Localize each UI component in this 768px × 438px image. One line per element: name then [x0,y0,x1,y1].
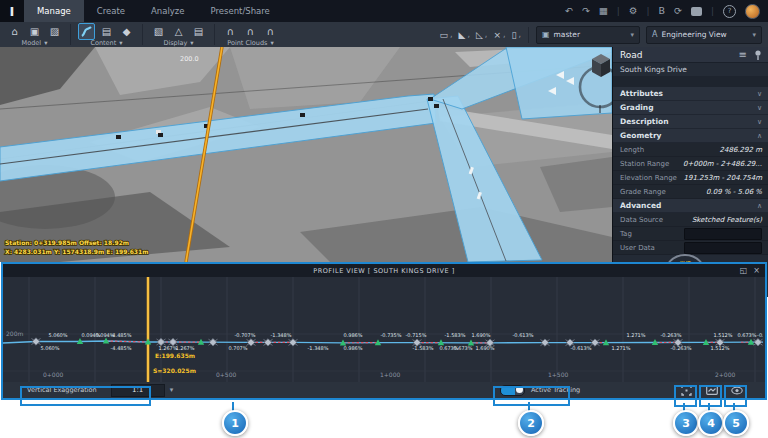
chart-grid [3,277,763,382]
point-cloud-icon-3[interactable]: ∩ [262,23,279,40]
tab-create[interactable]: Create [84,0,138,22]
geometry-row-length: Length2486.292 m [613,143,768,157]
display-list-icon[interactable]: ▤ [190,23,207,40]
redo-icon[interactable]: ↷ [582,6,590,16]
panel-title: Road [620,50,643,60]
profile-title: PROFILE VIEW [ SOUTH KINGS DRIVE ] [313,267,454,275]
callout-number-1: 1 [222,410,248,436]
svg-text:5.060%: 5.060% [48,332,67,338]
section-geometry[interactable]: Geometry∧ [613,129,768,143]
callout-box-1 [20,386,151,406]
view-mode-dropdown[interactable]: A Engineering View ▾ [646,26,762,44]
undo-icon[interactable]: ↶ [565,6,573,16]
chevron-down-icon[interactable]: ▾ [270,39,273,47]
user-data-input[interactable] [684,242,762,254]
close-icon[interactable]: × [753,266,760,275]
svg-text:0+500: 0+500 [216,371,236,378]
settings-gear-icon[interactable]: ⚙ [629,6,638,16]
svg-text:1.690%: 1.690% [475,345,494,351]
grade-labels-below: 5.060%-4.485%1.267%1.267%0.707%-1.348%0.… [40,345,729,351]
section-advanced[interactable]: Advanced∧ [613,199,768,213]
elevation-tick-label: 200m [6,330,23,337]
screen-select-icon[interactable]: ▭ [439,30,448,40]
content-assets-icon[interactable]: ◆ [118,23,135,40]
svg-text:-1.348%: -1.348% [308,345,329,351]
svg-text:1.690%: 1.690% [471,332,490,338]
flyout-mark: , [503,30,506,39]
callout-number-2: 2 [518,410,544,436]
tag-input[interactable] [684,228,762,240]
svg-text:5.060%: 5.060% [40,345,59,351]
svg-text:1+000: 1+000 [380,371,400,378]
profile-chart[interactable]: 200m0+0000+5001+0001+5002+0005.060%0.094… [3,277,765,382]
geometry-row-station-range: Station Range0+000m - 2+486.29... [613,157,768,171]
menu-hamburger-icon[interactable]: ≡ [739,49,747,60]
contour-label: 200.0 [180,55,199,63]
svg-text:1.512%: 1.512% [710,345,729,351]
profile-titlebar[interactable]: PROFILE VIEW [ SOUTH KINGS DRIVE ] ◱ × [3,264,765,277]
svg-text:0.673%: 0.673% [453,345,472,351]
section-attributes[interactable]: Attributes∨ [613,87,768,101]
model-proposal-dropdown[interactable]: ▣ master ▾ [536,26,640,44]
callout-number-5: 5 [723,410,749,436]
tab-present-share[interactable]: Present/Share [198,0,283,22]
point-cloud-icon-1[interactable]: ∩ [222,23,239,40]
tab-analyze[interactable]: Analyze [138,0,198,22]
callout-box-2 [493,386,570,406]
callout-box-5 [724,385,747,407]
ribbon-right-tools: ▭, ◣, ◺, ×, ▯, ▣ master ▾ A Engineering … [439,22,768,47]
user-avatar[interactable] [745,4,760,19]
chevron-down-icon[interactable]: ▾ [119,39,122,47]
cursor-select-icon[interactable]: ◣ [458,30,465,40]
callout-box-3 [674,385,697,407]
callout-box-4 [699,385,722,407]
svg-text:-0.613%: -0.613% [571,345,592,351]
svg-text:0.707%: 0.707% [228,345,247,351]
chevron-down-icon[interactable]: ▾ [44,39,47,47]
b-badge-icon[interactable]: B [658,6,665,16]
display-layers-icon[interactable]: ▧ [150,23,167,40]
aerial-scene: 200.0 Station: 0+319.985m Offset: 18.92m… [0,47,612,262]
help-icon[interactable]: ? [723,5,736,18]
svg-text:1.512%: 1.512% [713,332,732,338]
svg-text:0.986%: 0.986% [343,332,362,338]
3d-model-viewport[interactable]: 200.0 Station: 0+319.985m Offset: 18.92m… [0,47,612,262]
chevron-down-icon[interactable]: ▾ [170,386,174,394]
svg-text:-0.263%: -0.263% [661,332,682,338]
pin-icon[interactable] [754,50,762,60]
chat-icon[interactable] [691,7,702,16]
roads-tool-icon[interactable] [78,23,95,40]
flyout-mark: , [518,30,521,39]
advanced-row-tag: Tag [613,227,768,241]
section-description[interactable]: Description∨ [613,115,768,129]
content-list-icon[interactable]: ▤ [98,23,115,40]
svg-text:Station: 0+319.985m Offset: 18: Station: 0+319.985m Offset: 18.92m [5,239,129,246]
polygon-select-icon[interactable]: ◺ [476,30,483,40]
tab-manage[interactable]: Manage [24,0,84,22]
section-grading[interactable]: Grading∨ [613,101,768,115]
sync-icon[interactable]: ⟳ [674,6,682,16]
proposal-value: master [554,30,580,39]
model-terrain-icon[interactable]: ▨ [46,23,63,40]
flyout-mark: , [485,30,488,39]
display-surface-icon[interactable]: △ [170,23,187,40]
divider [214,24,215,45]
clip-box-icon[interactable]: ▯ [512,30,517,40]
model-imagery-icon[interactable]: ▣ [26,23,43,40]
chevron-down-icon[interactable]: ▾ [190,39,193,47]
layout-grid-icon[interactable]: ▦ [599,6,608,16]
point-cloud-icon-2[interactable]: ∩ [242,23,259,40]
measure-icon[interactable]: × [493,30,501,40]
flyout-mark: , [450,30,453,39]
chevron-up-icon: ∧ [757,202,762,210]
chevron-up-icon: ∧ [757,132,762,140]
title-bar: I Manage Create Analyze Present/Share ↶ … [0,0,768,22]
chevron-down-icon: ∨ [757,90,762,98]
chevron-down-icon: ▾ [630,31,634,39]
model-properties-icon[interactable]: ⌂ [6,23,23,40]
divider [142,24,143,45]
divider [70,24,71,45]
chevron-down-icon: ▾ [752,31,756,39]
svg-text:-0.613%: -0.613% [513,332,534,338]
float-window-icon[interactable]: ◱ [740,266,748,275]
